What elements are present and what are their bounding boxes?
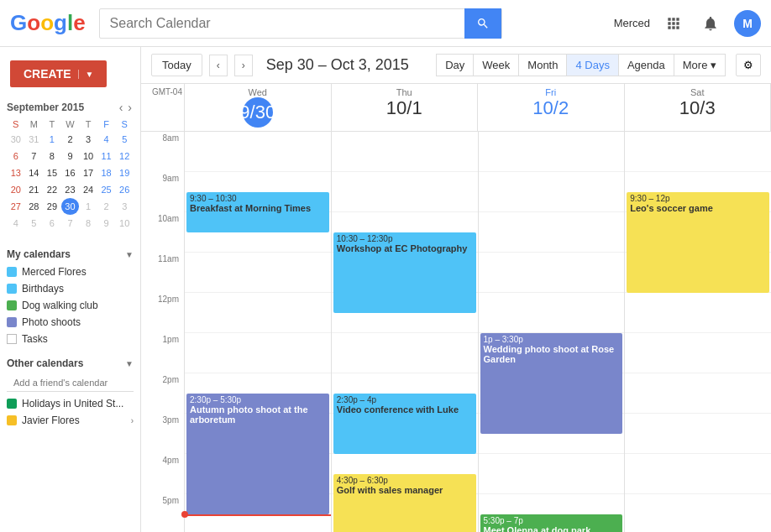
calendar-color-dot bbox=[7, 317, 17, 327]
mini-cal-day[interactable]: 12 bbox=[115, 148, 134, 164]
notifications-icon[interactable] bbox=[697, 10, 724, 37]
mini-cal-day[interactable]: 27 bbox=[7, 198, 25, 215]
mini-cal-day[interactable]: 13 bbox=[7, 164, 25, 181]
next-button[interactable]: › bbox=[234, 55, 253, 76]
view-more[interactable]: More ▾ bbox=[674, 54, 726, 76]
calendar-event[interactable]: 9:30 – 10:30Breakfast at Morning Times bbox=[186, 192, 329, 232]
view-month[interactable]: Month bbox=[518, 54, 566, 76]
sidebar-item-other-cal[interactable]: Javier Flores› bbox=[0, 412, 140, 429]
mini-cal-day[interactable]: 9 bbox=[97, 215, 116, 232]
sidebar-item-cal[interactable]: Birthdays bbox=[0, 280, 140, 297]
mini-cal-day[interactable]: 10 bbox=[115, 215, 134, 232]
mini-cal-day[interactable]: 8 bbox=[43, 148, 61, 164]
calendar-event[interactable]: 2:30p – 4pVideo conference with Luke bbox=[333, 394, 476, 454]
today-button[interactable]: Today bbox=[151, 54, 202, 76]
mini-cal-day[interactable]: 24 bbox=[79, 181, 97, 198]
sidebar-item-cal[interactable]: Dog walking club bbox=[0, 297, 140, 314]
mini-cal-day[interactable]: 2 bbox=[97, 198, 116, 215]
calendar-checkbox[interactable] bbox=[7, 334, 17, 344]
mini-cal-day[interactable]: 5 bbox=[115, 131, 134, 148]
view-4days[interactable]: 4 Days bbox=[566, 54, 617, 76]
time-label: 4pm bbox=[141, 454, 184, 494]
expand-calendar-arrow[interactable]: › bbox=[131, 416, 134, 425]
add-friend-input[interactable] bbox=[7, 374, 134, 392]
dow-wed: W bbox=[61, 117, 80, 131]
view-agenda[interactable]: Agenda bbox=[618, 54, 674, 76]
calendar-event[interactable]: 2:30p – 5:30pAutumn photo shoot at the a… bbox=[186, 394, 329, 514]
mini-cal-day[interactable]: 28 bbox=[25, 198, 44, 215]
calendar-event[interactable]: 1p – 3:30pWedding photo shoot at Rose Ga… bbox=[480, 333, 623, 434]
my-calendars-section: My calendars ▼ Merced FloresBirthdaysDog… bbox=[0, 242, 140, 351]
mini-cal-day[interactable]: 3 bbox=[115, 198, 134, 215]
mini-cal-day[interactable]: 30 bbox=[61, 198, 80, 215]
calendar-grid: GMT-04 Wed 9/30 Thu 10/1 Fri 10/2 Sat 10… bbox=[141, 84, 771, 532]
view-day[interactable]: Day bbox=[436, 54, 473, 76]
mini-cal-table: S M T W T F S 30311234567891011121314151… bbox=[7, 117, 134, 232]
mini-cal-day[interactable]: 14 bbox=[25, 164, 44, 181]
time-label: 12pm bbox=[141, 293, 184, 333]
calendar-event[interactable]: 9:30 – 12pLeo's soccer game bbox=[627, 192, 769, 293]
sidebar-item-cal[interactable]: Merced Flores bbox=[0, 263, 140, 280]
dow-tue: T bbox=[43, 117, 61, 131]
current-time-line bbox=[185, 514, 331, 516]
mini-cal-day[interactable]: 18 bbox=[97, 164, 116, 181]
mini-cal-day[interactable]: 22 bbox=[43, 181, 61, 198]
mini-cal-prev[interactable]: ‹ bbox=[118, 101, 125, 114]
mini-cal-day[interactable]: 3 bbox=[79, 131, 97, 148]
day-header-thu: Thu 10/1 bbox=[332, 84, 479, 131]
view-week[interactable]: Week bbox=[473, 54, 518, 76]
sidebar-item-cal[interactable]: Tasks bbox=[0, 331, 140, 347]
mini-cal-day[interactable]: 10 bbox=[79, 148, 97, 164]
calendar-name: Photo shoots bbox=[22, 316, 81, 328]
mini-cal-day[interactable]: 21 bbox=[25, 181, 44, 198]
event-title: Workshop at EC Photography bbox=[337, 243, 473, 253]
mini-cal-day[interactable]: 4 bbox=[7, 215, 25, 232]
event-time: 2:30p – 4p bbox=[337, 395, 473, 404]
mini-cal-day[interactable]: 29 bbox=[43, 198, 61, 215]
mini-cal-day[interactable]: 2 bbox=[61, 131, 80, 148]
mini-cal-day[interactable]: 16 bbox=[61, 164, 80, 181]
dow-sat: S bbox=[115, 117, 134, 131]
mini-cal-day[interactable]: 7 bbox=[61, 215, 80, 232]
mini-cal-day[interactable]: 6 bbox=[7, 148, 25, 164]
mini-cal-day[interactable]: 31 bbox=[25, 131, 44, 148]
mini-cal-day[interactable]: 26 bbox=[115, 181, 134, 198]
hour-line bbox=[479, 253, 625, 293]
calendar-event[interactable]: 4:30p – 6:30pGolf with sales manager bbox=[333, 474, 476, 532]
mini-cal-day[interactable]: 6 bbox=[43, 215, 61, 232]
day-header-sat: Sat 10/3 bbox=[625, 84, 772, 131]
mini-cal-day[interactable]: 1 bbox=[43, 131, 61, 148]
settings-button[interactable]: ⚙ bbox=[736, 54, 761, 76]
mini-cal-day[interactable]: 1 bbox=[79, 198, 97, 215]
calendar-event[interactable]: 10:30 – 12:30pWorkshop at EC Photography bbox=[333, 232, 476, 313]
cal-header-row: GMT-04 Wed 9/30 Thu 10/1 Fri 10/2 Sat 10… bbox=[141, 84, 771, 132]
mini-cal-day[interactable]: 20 bbox=[7, 181, 25, 198]
calendar-event[interactable]: 5:30p – 7pMeet Olenna at dog park bbox=[480, 514, 623, 532]
hour-line bbox=[625, 494, 771, 532]
search-input[interactable] bbox=[100, 16, 464, 31]
mini-cal-day[interactable]: 5 bbox=[25, 215, 44, 232]
prev-button[interactable]: ‹ bbox=[209, 55, 228, 76]
search-button[interactable] bbox=[464, 8, 501, 39]
sidebar-item-cal[interactable]: Photo shoots bbox=[0, 314, 140, 331]
mini-cal-day[interactable]: 25 bbox=[97, 181, 116, 198]
my-calendars-header[interactable]: My calendars ▼ bbox=[0, 245, 140, 263]
mini-cal-day[interactable]: 9 bbox=[61, 148, 80, 164]
sidebar-item-other-cal[interactable]: Holidays in United St... bbox=[0, 395, 140, 412]
mini-cal-day[interactable]: 30 bbox=[7, 131, 25, 148]
view-group: Day Week Month 4 Days Agenda More ▾ bbox=[436, 54, 726, 76]
mini-cal-day[interactable]: 7 bbox=[25, 148, 44, 164]
other-calendars-header[interactable]: Other calendars ▼ bbox=[0, 354, 140, 373]
mini-cal-day[interactable]: 19 bbox=[115, 164, 134, 181]
mini-cal-day[interactable]: 17 bbox=[79, 164, 97, 181]
mini-cal-day[interactable]: 23 bbox=[61, 181, 80, 198]
avatar[interactable]: M bbox=[734, 10, 761, 37]
mini-cal-day[interactable]: 4 bbox=[97, 131, 116, 148]
create-button[interactable]: CREATE ▼ bbox=[10, 60, 107, 87]
mini-cal-next[interactable]: › bbox=[126, 101, 134, 114]
mini-cal-day[interactable]: 8 bbox=[79, 215, 97, 232]
mini-cal-day[interactable]: 11 bbox=[97, 148, 116, 164]
mini-cal-day[interactable]: 15 bbox=[43, 164, 61, 181]
day-col-3: 9:30 – 12pLeo's soccer game bbox=[625, 132, 771, 532]
apps-icon[interactable] bbox=[660, 10, 687, 37]
